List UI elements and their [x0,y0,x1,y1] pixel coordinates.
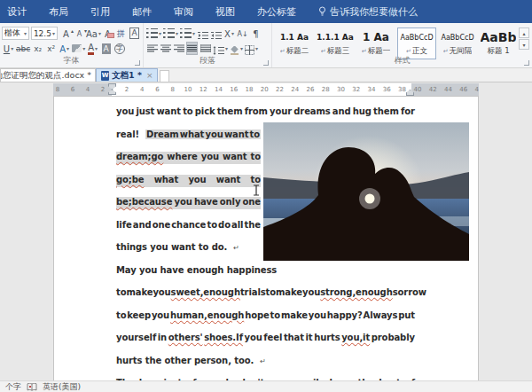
ribbon-tab-办公标签[interactable]: 办公标签 [257,5,296,19]
doc-word: that [284,333,304,342]
document-page[interactable]: youjustwanttopickthemfromyourdreamsandhu… [53,96,479,380]
doc-word: one [242,197,260,207]
doc-word: to [251,175,261,184]
document-tab[interactable]: 法帮助您证明您的观点.docx * [0,68,96,82]
doc-word: life [116,220,132,230]
ribbon-tab-审阅[interactable]: 审阅 [174,5,193,19]
doc-word: you [152,310,169,320]
doc-word: dream;go [116,152,163,161]
font-group-label: 字体 [0,55,143,67]
style-preview: AaBbCcD [441,28,473,46]
enclose-characters-icon[interactable]: 字 [113,42,125,55]
show-marks-icon[interactable]: ¶ [250,27,262,40]
ruler-number: 2 [101,83,105,96]
doc-word: you [175,197,192,207]
ruler-number: 34 [368,83,376,96]
doc-word: to [207,220,216,230]
doc-word: you [153,287,170,297]
asian-layout-icon[interactable]: X▾ [223,27,235,40]
ribbon-tabs: 设计布局引用邮件审阅视图办公标签 [7,5,318,19]
ruler-number: 8 [56,83,59,96]
doc-word: to [251,152,261,161]
font-dialog-launcher[interactable] [135,60,140,66]
clear-formatting-icon[interactable]: A [102,27,113,40]
style-scroll-down-button[interactable]: ▾ [519,39,529,50]
numbering-icon[interactable]: ▾ [163,27,178,40]
style-scroll-up-button[interactable]: ▴ [519,27,529,38]
doc-word: May you have enough happiness [116,265,277,275]
doc-word: you [302,287,320,297]
increase-indent-icon[interactable] [210,27,222,40]
change-case-icon[interactable]: Aa▾ [87,27,100,40]
text-effects-icon[interactable]: A▾ [59,42,70,55]
document-tab[interactable]: W文档1 *× [96,68,158,82]
subscript-icon[interactable]: x₂ [32,42,43,55]
align-left-icon[interactable] [146,42,158,55]
ribbon-tab-设计[interactable]: 设计 [7,5,27,19]
doc-line: lifeandonechancetodoallthe [116,220,261,232]
align-right-icon[interactable] [173,42,184,55]
ribbon-tab-引用[interactable]: 引用 [90,5,110,19]
ruler-number: 12 [200,83,207,96]
justify-icon[interactable] [186,42,198,55]
decrease-indent-icon[interactable] [197,27,208,40]
doc-word: all [231,220,243,230]
strikethrough-icon[interactable]: abc [16,42,30,55]
new-tab-button[interactable] [160,70,169,82]
ruler-number: 4 [140,83,144,96]
doc-word: to [250,129,260,139]
sort-icon[interactable]: A↓ [237,27,248,40]
character-border-icon[interactable]: A [129,27,140,40]
language-status[interactable]: 英语(美国) [43,381,81,392]
close-tab-icon[interactable]: × [146,71,153,80]
font-name-combo[interactable]: 楷体▾ [2,27,29,40]
multilevel-list-icon[interactable]: ▾ [180,27,195,40]
doc-word: want [216,175,241,184]
ruler-number: 30 [337,83,345,96]
doc-word: real! [116,129,139,139]
font-size-combo[interactable]: 12.5▾ [31,27,58,40]
character-shading-icon[interactable]: A [100,42,112,55]
styles-dialog-launcher[interactable] [524,60,529,66]
doc-word: them [373,106,399,116]
align-center-icon[interactable] [160,42,171,55]
line-spacing-icon[interactable]: ▾ [213,42,228,55]
borders-icon[interactable]: ▾ [245,42,258,55]
paragraph-group-label: 段落 [144,55,271,67]
doc-line: things you want to do.↵ [116,242,239,255]
doc-word: to [116,287,126,297]
font-color-icon[interactable]: A▾ [87,42,98,55]
doc-word: sorrow [393,287,426,297]
ruler-number: 10 [184,83,192,96]
ruler-number: 26 [307,83,315,96]
grow-font-icon[interactable]: A▴ [60,27,72,40]
doc-word: make [276,287,302,297]
text-cursor-pointer [253,184,260,196]
ribbon-tab-布局[interactable]: 布局 [49,5,68,19]
doc-line: be;becauseyouhaveonlyone [116,197,261,209]
phonetic-guide-icon[interactable]: 拼 [115,27,127,40]
doc-word: dreams [293,106,330,116]
ribbon-tab-视图[interactable]: 视图 [215,5,235,19]
highlight-icon[interactable]: ▾ [72,42,85,55]
shrink-font-icon[interactable]: A▾ [74,27,85,40]
paragraph-dialog-launcher[interactable] [263,60,269,66]
ruler-number: 4 [86,83,90,96]
shading-icon[interactable]: ▾ [230,42,243,55]
underline-icon[interactable]: U▾ [3,42,14,55]
doc-word: keep [127,310,151,320]
ruler-number: 22 [276,83,284,96]
ruler-number: 6 [71,83,74,96]
word-count[interactable]: 个字 [5,381,21,392]
ribbon-tab-邮件[interactable]: 邮件 [132,5,152,19]
document-photo[interactable] [263,122,469,261]
ruler-number: 32 [352,83,360,96]
tell-me-box[interactable]: 告诉我你想要做什么 [318,5,418,19]
proofing-status-icon[interactable] [27,383,37,391]
doc-word: what [154,175,179,184]
bullets-icon[interactable]: ▾ [146,27,161,40]
distribute-icon[interactable] [200,42,211,55]
doc-word: put [398,310,415,320]
superscript-icon[interactable]: x² [45,42,57,55]
doc-word: pick [195,106,215,116]
